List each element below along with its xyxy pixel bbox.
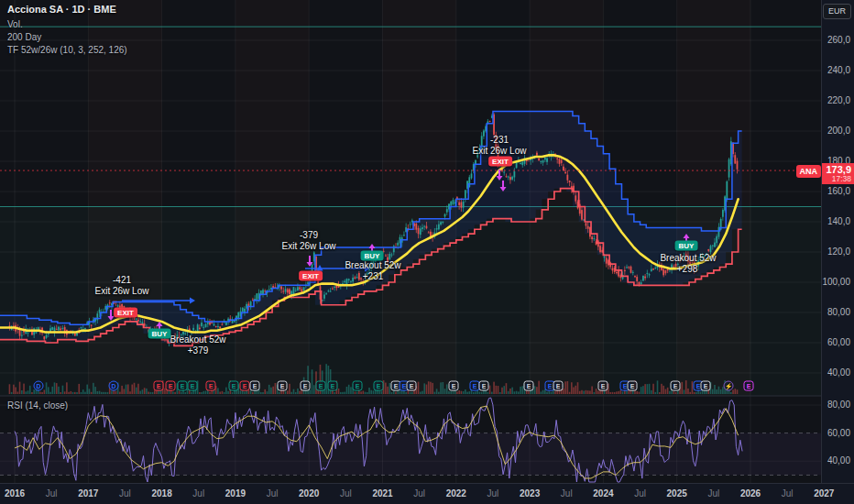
price-axis-label: 140,0: [827, 216, 850, 226]
lightning-icon[interactable]: ⚡: [724, 381, 734, 391]
time-axis-month-label: Jul: [634, 488, 646, 499]
earnings-icon[interactable]: E: [744, 381, 754, 391]
earnings-icon[interactable]: E: [671, 381, 681, 391]
earnings-icon[interactable]: E: [449, 381, 459, 391]
symbol-price-tag: ANA: [796, 165, 822, 178]
indicator-volume[interactable]: Vol.: [7, 19, 127, 30]
price-axis-label: 260,0: [827, 35, 850, 45]
price-chart-canvas[interactable]: [0, 0, 822, 484]
time-axis-month-label: Jul: [782, 488, 794, 499]
time-axis-year-label: 2016: [5, 488, 25, 499]
price-axis-label: 40,00: [827, 367, 850, 378]
earnings-icon[interactable]: E: [301, 381, 311, 391]
price-axis-label: 220,0: [827, 95, 850, 105]
earnings-icon[interactable]: E: [166, 381, 176, 391]
earnings-icon[interactable]: E: [701, 381, 711, 391]
earnings-icon[interactable]: E: [316, 381, 326, 391]
earnings-icon[interactable]: E: [553, 381, 564, 391]
indicator-ma200[interactable]: 200 Day: [7, 32, 127, 43]
buy-signal-badge[interactable]: BUY: [148, 329, 171, 339]
earnings-icon[interactable]: E: [188, 381, 198, 391]
dividend-icon[interactable]: D: [109, 381, 119, 391]
earnings-icon[interactable]: E: [628, 381, 638, 391]
time-axis-month-label: Jul: [487, 488, 499, 499]
chart-legend: Acciona SA · 1D · BME Vol. 200 Day TF 52…: [7, 4, 127, 56]
rsi-axis-label: 80,00: [827, 400, 850, 410]
time-axis-month-label: Jul: [46, 488, 58, 499]
price-axis-label: 120,0: [827, 247, 850, 257]
tradingview-chart-window: -421Exit 26w LowEXITBreakout 52w+379BUY-…: [0, 0, 854, 504]
price-axis-label: 160,0: [827, 186, 850, 196]
time-axis-year-label: 2019: [225, 488, 246, 499]
time-axis-month-label: Jul: [119, 488, 131, 499]
earnings-icon[interactable]: E: [240, 381, 250, 391]
time-axis-year-label: 2022: [446, 488, 466, 499]
rsi-axis-label: 40,00: [827, 455, 850, 466]
time-axis-year-label: 2023: [520, 488, 540, 499]
earnings-icon[interactable]: E: [229, 381, 239, 391]
time-axis-year-label: 2021: [372, 488, 392, 499]
price-axis-label: 200,0: [827, 126, 850, 136]
rsi-indicator-label[interactable]: RSI (14, close): [7, 400, 68, 411]
time-axis-year-label: 2027: [814, 488, 834, 499]
last-price-time: 17:38: [822, 175, 851, 183]
time-axis[interactable]: 2016Jul2017Jul2018Jul2019Jul2020Jul2021J…: [0, 483, 854, 504]
time-axis-year-label: 2018: [151, 488, 171, 499]
rsi-axis-label: 60,00: [827, 428, 850, 438]
earnings-icon[interactable]: E: [353, 381, 363, 391]
time-axis-month-label: Jul: [192, 488, 204, 499]
earnings-icon[interactable]: E: [479, 381, 489, 391]
earnings-icon[interactable]: E: [374, 381, 384, 391]
earnings-icon[interactable]: E: [250, 381, 260, 391]
last-price-badge: 173,9 17:38: [822, 163, 854, 184]
dividend-icon[interactable]: D: [34, 381, 44, 391]
currency-button[interactable]: EUR: [823, 4, 851, 19]
earnings-icon[interactable]: E: [524, 381, 534, 391]
earnings-icon[interactable]: E: [598, 381, 608, 391]
time-axis-month-label: Jul: [267, 488, 279, 499]
buy-signal-badge[interactable]: BUY: [361, 251, 384, 261]
exit-signal-badge[interactable]: EXIT: [299, 271, 323, 281]
time-axis-month-label: Jul: [413, 488, 425, 499]
time-axis-year-label: 2017: [78, 488, 98, 499]
price-axis[interactable]: EUR 173,9 17:38 260,0240,0220,0200,0180,…: [821, 0, 854, 484]
indicator-tf52w26w[interactable]: TF 52w/26w (10, 3, 252, 126): [7, 45, 127, 56]
time-axis-year-label: 2020: [299, 488, 319, 499]
time-axis-year-label: 2026: [740, 488, 761, 499]
earnings-icon[interactable]: E: [407, 381, 417, 391]
buy-signal-badge[interactable]: BUY: [675, 241, 698, 251]
earnings-icon[interactable]: E: [178, 381, 188, 391]
time-axis-month-label: Jul: [707, 488, 719, 499]
earnings-icon[interactable]: E: [328, 381, 338, 391]
earnings-icon[interactable]: E: [206, 381, 216, 391]
exit-signal-badge[interactable]: EXIT: [114, 308, 137, 318]
earnings-icon[interactable]: E: [154, 381, 164, 391]
earnings-icon[interactable]: E: [278, 381, 288, 391]
time-axis-month-label: Jul: [561, 488, 573, 499]
price-axis-label: 240,0: [827, 65, 850, 75]
price-axis-label: 60,00: [827, 337, 850, 347]
time-axis-year-label: 2025: [667, 488, 687, 499]
symbol-title[interactable]: Acciona SA · 1D · BME: [7, 4, 127, 15]
exit-signal-badge[interactable]: EXIT: [488, 157, 512, 167]
time-axis-year-label: 2024: [593, 488, 613, 499]
time-axis-month-label: Jul: [340, 488, 352, 499]
price-axis-label: 100,00: [822, 277, 850, 287]
price-axis-label: 80,00: [827, 307, 850, 317]
